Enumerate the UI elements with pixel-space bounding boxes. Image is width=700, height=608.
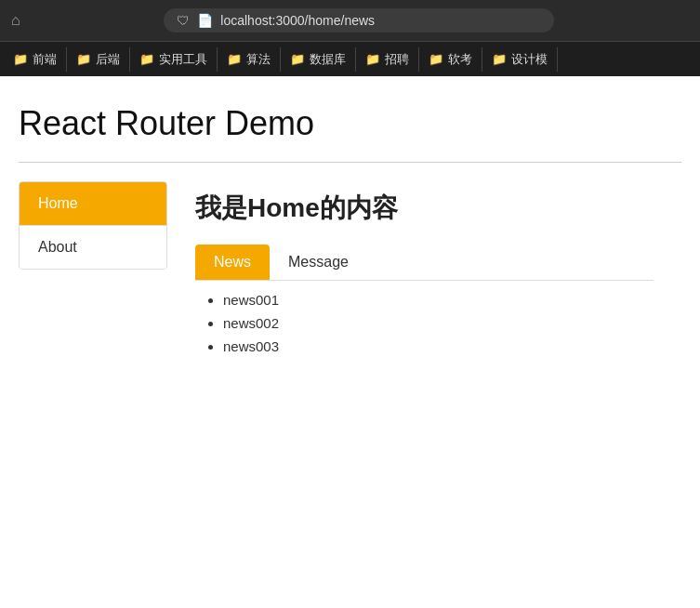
bookmark-label-1: 后端 [96,51,120,68]
browser-url-text: localhost:3000/home/news [220,13,375,28]
news-list-item-1: news002 [223,315,654,331]
bookmark-item-4[interactable]: 📁 数据库 [281,47,356,72]
content-area: 我是Home的内容 News Message news001 news002 [167,181,681,371]
bookmark-item-6[interactable]: 📁 软考 [419,47,482,72]
bookmark-label-2: 实用工具 [159,51,207,68]
bookmark-label-6: 软考 [448,51,472,68]
browser-bar: ⌂ 🛡 📄 localhost:3000/home/news [0,0,700,41]
sidebar-item-home-label: Home [38,195,78,211]
sidebar: Home About [19,181,167,270]
divider [19,162,681,163]
folder-icon-2: 📁 [139,52,154,66]
sub-tabs: News Message [195,245,654,281]
news-list: news001 news002 news003 [195,292,654,354]
browser-home-icon: ⌂ [11,12,20,29]
folder-icon-7: 📁 [492,52,507,66]
page-title: React Router Demo [19,104,681,143]
content-heading: 我是Home的内容 [195,191,654,226]
folder-icon-1: 📁 [76,52,91,66]
page-content: React Router Demo Home About 我是Home的内容 N… [0,76,700,390]
sidebar-item-about[interactable]: About [20,226,166,269]
bookmark-label-0: 前端 [33,51,57,68]
sidebar-item-about-label: About [38,239,77,255]
bookmark-label-7: 设计模 [511,51,548,68]
main-layout: Home About 我是Home的内容 News Message [19,181,681,371]
sub-tab-message-label: Message [288,254,349,270]
bookmark-item-0[interactable]: 📁 前端 [4,47,67,72]
bookmarks-bar: 📁 前端 📁 后端 📁 实用工具 📁 算法 📁 数据库 📁 招聘 📁 软考 📁 … [0,41,700,76]
sidebar-item-home[interactable]: Home [20,182,166,225]
browser-url-bar[interactable]: 🛡 📄 localhost:3000/home/news [164,8,554,33]
sub-tab-news-label: News [214,254,251,270]
bookmark-item-2[interactable]: 📁 实用工具 [130,47,218,72]
folder-icon-4: 📁 [290,52,305,66]
bookmark-label-4: 数据库 [310,51,346,68]
news-list-item-0: news001 [223,292,654,308]
sub-tab-message[interactable]: Message [270,245,367,280]
shield-icon: 🛡 [177,13,190,28]
bookmark-label-5: 招聘 [385,51,409,68]
page-icon: 📄 [197,13,213,28]
bookmark-item-3[interactable]: 📁 算法 [218,47,281,72]
folder-icon-0: 📁 [13,52,28,66]
bookmark-item-5[interactable]: 📁 招聘 [356,47,419,72]
folder-icon-3: 📁 [227,52,242,66]
folder-icon-6: 📁 [429,52,443,66]
sub-tab-news[interactable]: News [195,245,270,280]
news-list-item-2: news003 [223,338,654,354]
bookmark-label-3: 算法 [246,51,271,68]
bookmark-item-7[interactable]: 📁 设计模 [482,47,558,72]
folder-icon-5: 📁 [365,52,380,66]
bookmark-item-1[interactable]: 📁 后端 [67,47,130,72]
